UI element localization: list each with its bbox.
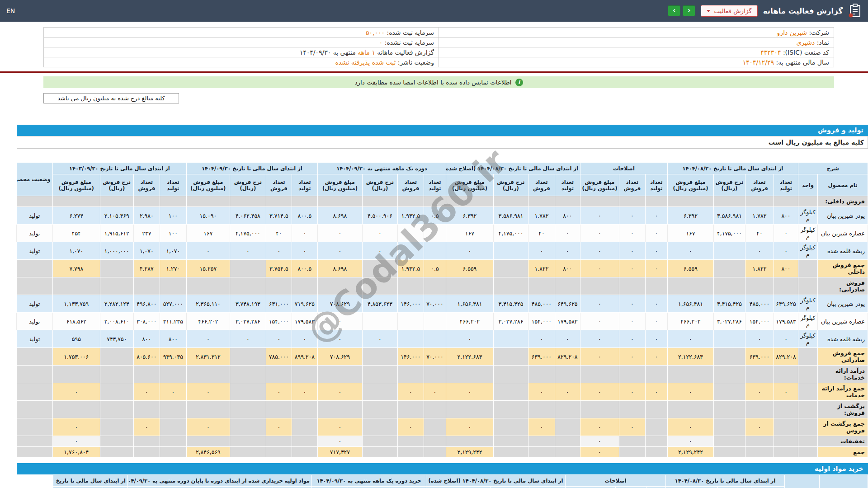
data-cell <box>528 447 555 458</box>
data-cell: ۲,۸۴۶,۵۶۹ <box>186 447 230 458</box>
data-cell: تولید <box>16 313 52 330</box>
info-value: شیرین دارو <box>777 29 807 36</box>
section-bar-raw-materials: خرید مواد اولیه <box>17 463 868 474</box>
column-group-header: از ابتدای سال مالی تا تاریخ ۱۴۰۳/۰۹/۳۰ <box>52 163 186 174</box>
info-value: دشیری <box>796 39 815 46</box>
data-cell: ۲,۱۲۹,۲۴۲ <box>667 447 713 458</box>
data-cell: ۰ <box>619 330 645 348</box>
row-label-cell: ریشه قلمه شده <box>818 330 868 348</box>
data-cell <box>16 401 52 418</box>
data-cell: ۶۴۹,۶۲۵ <box>774 295 798 313</box>
column-group-header: از ابتدای سال مالی تا تاریخ ۱۴۰۴/۰۸/۳۰ (… <box>446 163 580 174</box>
data-cell: ۷,۷۹۸ <box>52 260 100 277</box>
data-cell: ۰ <box>266 418 292 436</box>
data-cell: ۰ <box>645 207 667 225</box>
language-toggle[interactable]: EN <box>6 7 15 14</box>
data-cell <box>186 277 230 295</box>
column-header: مبلغ فروش (میلیون ریال) <box>580 174 619 196</box>
data-cell: ۰ <box>528 418 555 436</box>
data-cell <box>798 401 817 418</box>
data-cell <box>186 196 230 207</box>
data-cell <box>528 401 555 418</box>
data-cell <box>446 366 493 383</box>
raw-materials-table: شرحواحداز ابتدای سال مالی تا تاریخ ۱۴۰۴/… <box>17 474 868 488</box>
info-label: سرمایه ثبت شده: <box>387 29 434 36</box>
data-cell: تولید <box>16 207 52 225</box>
data-cell <box>133 447 160 458</box>
info-label: شرکت: <box>809 29 829 36</box>
prev-period-button[interactable]: ‹ <box>668 5 680 16</box>
data-cell: ۷۱۷,۳۲۷ <box>317 447 362 458</box>
data-cell: ۴۸۵,۰۰۰ <box>745 295 774 313</box>
data-cell <box>555 447 580 458</box>
data-cell: ۰ <box>446 330 493 348</box>
data-cell: ۱,۷۸۲ <box>528 207 555 225</box>
data-cell: کیلوگرم <box>798 295 817 313</box>
info-row: سال مالی منتهی به: ۱۴۰۴/۱۲/۲۹ وضعیت ناشر… <box>44 57 834 67</box>
info-cell-report-period: گزارش فعالیت ماهانه ۱ ماهه منتهی به ۱۴۰۴… <box>44 47 439 57</box>
data-cell <box>645 447 667 458</box>
column-header: مقدار <box>529 487 565 488</box>
data-cell <box>266 366 292 383</box>
data-cell: ۳۱۱,۲۳۵ <box>160 313 186 330</box>
data-cell <box>798 366 817 383</box>
chevron-down-icon <box>707 10 710 12</box>
data-cell: ۴۰ <box>745 225 774 242</box>
data-cell: ۰ <box>667 383 713 401</box>
data-cell <box>397 225 424 242</box>
row-label-cell: جمع <box>818 447 868 458</box>
data-cell: ۳,۰۲۷,۲۸۶ <box>493 313 528 330</box>
data-cell <box>133 277 160 295</box>
data-cell <box>528 277 555 295</box>
data-cell: ۱۶۷ <box>446 225 493 242</box>
data-cell <box>713 447 745 458</box>
data-cell: ۸۰۰ <box>133 330 160 348</box>
data-cell: ۴۰ <box>528 225 555 242</box>
data-cell <box>713 277 745 295</box>
data-cell: ۱۵۴,۰۰۰ <box>528 313 555 330</box>
data-cell: ۰ <box>317 225 362 242</box>
section-row: برگشت از فروش: <box>16 401 868 418</box>
data-cell <box>16 348 52 366</box>
report-type-dropdown[interactable]: گزارش فعالیت <box>701 5 757 17</box>
column-header: تعداد فروش <box>619 174 645 196</box>
data-cell <box>16 436 52 447</box>
info-value: ۵۰,۰۰۰ <box>366 29 385 36</box>
data-cell: ۶۳۹,۰۰۰ <box>528 348 555 366</box>
data-cell <box>424 366 446 383</box>
data-cell: تولید <box>16 225 52 242</box>
data-cell <box>317 401 362 418</box>
info-row: شرکت: شیرین دارو سرمایه ثبت شده: ۵۰,۰۰۰ <box>44 28 834 38</box>
data-cell <box>774 277 798 295</box>
column-header: نرخ فروش (ریال) <box>362 174 397 196</box>
data-cell: ۰ <box>397 383 424 401</box>
column-group-header: خرید دوره یک ماهه منتهی به ۱۴۰۴/۰۹/۳۰ <box>311 475 426 487</box>
data-cell: ۰ <box>774 242 798 260</box>
data-cell <box>424 418 446 436</box>
data-cell <box>100 447 133 458</box>
data-cell: ۱۵,۰۹۰ <box>186 207 230 225</box>
info-value: ۱ ماهه <box>358 49 375 56</box>
data-cell: ۰ <box>186 330 230 348</box>
data-cell <box>424 277 446 295</box>
data-cell: ۰ <box>266 330 292 348</box>
column-group-header: از ابتدای سال مالی تا تاریخ ۱۴۰۴/۰۸/۳۰ (… <box>426 475 565 487</box>
data-cell <box>555 401 580 418</box>
data-cell: ۱,۹۱۵,۶۱۲ <box>100 225 133 242</box>
data-cell <box>493 383 528 401</box>
row-label-cell: پودر شیرین بیان <box>818 295 868 313</box>
data-cell: ۰ <box>645 348 667 366</box>
data-cell <box>424 313 446 330</box>
data-cell <box>317 277 362 295</box>
data-cell: ۰ <box>266 383 292 401</box>
data-cell <box>100 383 133 401</box>
next-period-button[interactable]: › <box>683 5 695 16</box>
data-cell: ۰ <box>555 383 580 401</box>
data-cell: ۸۰۰ <box>555 260 580 277</box>
data-cell <box>160 418 186 436</box>
info-cell-unregistered-capital: سرمایه ثبت نشده: ۰ <box>44 38 439 47</box>
data-cell <box>16 366 52 383</box>
data-cell <box>397 277 424 295</box>
data-cell <box>424 225 446 242</box>
data-cell <box>424 436 446 447</box>
